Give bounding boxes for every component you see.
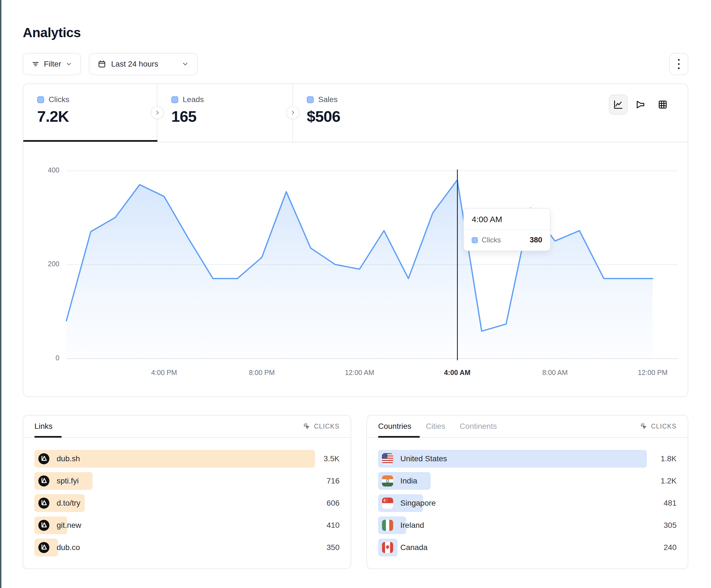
chart-hover-crosshair [457, 169, 458, 360]
analytics-page: Analytics Filter [0, 0, 711, 588]
tab-separator-chevron [286, 106, 300, 119]
y-axis-tick: 0 [29, 354, 59, 362]
link-label: git.new [57, 521, 81, 530]
dub-logo-icon [38, 498, 49, 509]
canada-flag-icon [382, 542, 393, 553]
country-value: 305 [664, 521, 676, 530]
singapore-flag-icon [382, 498, 393, 509]
list-item[interactable]: United States 1.8K [378, 450, 676, 468]
link-value: 606 [326, 499, 340, 507]
metric-label: Sales [318, 95, 338, 104]
tab-cities[interactable]: Cities [426, 422, 445, 431]
country-label: Ireland [400, 521, 424, 530]
kebab-menu-icon [678, 59, 680, 69]
links-panel-header: Links CLICKS [23, 415, 351, 438]
links-metric-label: CLICKS [314, 423, 340, 430]
cursor-click-icon [640, 423, 648, 430]
list-item[interactable]: d.to/try 606 [35, 494, 340, 512]
tooltip-series-label: Clicks [482, 236, 501, 244]
country-label: Canada [400, 543, 428, 552]
country-value: 1.8K [661, 454, 676, 463]
links-metric-selector[interactable]: CLICKS [303, 423, 340, 430]
y-axis-tick: 200 [29, 260, 59, 268]
countries-panel: Countries Cities Continents CLICKS [366, 415, 688, 569]
india-flag-icon [382, 475, 393, 487]
dub-logo-icon [38, 475, 49, 487]
filter-button[interactable]: Filter [23, 53, 81, 75]
table-grid-icon [658, 99, 668, 110]
country-value: 1.2K [661, 476, 676, 485]
country-value: 240 [664, 543, 676, 552]
x-axis-tick: 12:00 AM [345, 369, 374, 377]
chevron-down-icon [66, 61, 72, 67]
active-tab-underline [23, 140, 157, 142]
tab-separator-chevron [151, 106, 164, 119]
tab-links[interactable]: Links [35, 422, 52, 431]
tab-leads[interactable]: Leads 165 [157, 84, 293, 142]
countries-active-underline [378, 436, 420, 438]
chart-tooltip: 4:00 AM Clicks 380 [464, 208, 551, 251]
link-label: spti.fyi [57, 476, 79, 485]
clicks-legend-icon [37, 96, 44, 103]
chart-type-toggles [609, 95, 672, 115]
cursor-click-icon [303, 423, 311, 430]
gridline-0 [66, 358, 678, 359]
date-range-label: Last 24 hours [111, 60, 158, 68]
toolbar: Filter Last 24 hours [23, 53, 688, 75]
leads-legend-icon [171, 96, 178, 103]
dub-logo-icon [38, 542, 49, 553]
dub-logo-icon [38, 453, 49, 464]
countries-list: United States 1.8K India 1.2K [367, 438, 688, 557]
analytics-chart-card: Clicks 7.2K Leads 165 Sales $506 [23, 84, 688, 397]
list-item[interactable]: git.new 410 [35, 516, 340, 534]
ireland-flag-icon [382, 520, 393, 531]
us-flag-icon [382, 453, 393, 464]
link-label: dub.sh [57, 454, 80, 463]
list-item[interactable]: Ireland 305 [378, 516, 676, 534]
metric-tabs: Clicks 7.2K Leads 165 Sales $506 [23, 84, 688, 142]
chevron-down-icon [181, 61, 189, 68]
metric-label: Clicks [48, 95, 69, 104]
link-label: dub.co [57, 543, 80, 552]
country-value: 481 [664, 499, 676, 507]
links-active-underline [35, 436, 62, 438]
tab-clicks[interactable]: Clicks 7.2K [23, 84, 157, 142]
x-axis-tick-active: 4:00 AM [444, 369, 471, 377]
x-axis-tick: 8:00 AM [542, 369, 568, 377]
link-value: 350 [326, 543, 340, 552]
list-item[interactable]: India 1.2K [378, 472, 676, 490]
list-item[interactable]: spti.fyi 716 [35, 472, 340, 490]
link-value: 3.5K [323, 454, 340, 463]
list-item[interactable]: dub.co 350 [35, 539, 340, 557]
clicks-line-series [66, 171, 678, 358]
clicks-area-chart[interactable]: 400 200 0 4:00 AM Clic [23, 142, 688, 397]
list-item[interactable]: dub.sh 3.5K [35, 450, 340, 468]
list-item[interactable]: Singapore 481 [378, 494, 676, 512]
countries-panel-header: Countries Cities Continents CLICKS [367, 415, 688, 438]
x-axis-tick: 4:00 PM [151, 369, 177, 377]
line-chart-toggle-button[interactable] [609, 95, 628, 115]
countries-metric-label: CLICKS [651, 423, 676, 430]
date-range-button[interactable]: Last 24 hours [89, 53, 198, 75]
tab-continents[interactable]: Continents [460, 422, 497, 431]
leads-value: 165 [171, 107, 292, 126]
clicks-legend-icon [472, 237, 478, 243]
more-options-button[interactable] [669, 53, 688, 75]
leaderboard-panels: Links CLICKS [23, 415, 688, 569]
page-title: Analytics [23, 25, 688, 40]
list-item[interactable]: Canada 240 [378, 539, 676, 557]
clicks-value: 7.2K [37, 107, 157, 126]
country-label: Singapore [400, 499, 436, 507]
calendar-icon [98, 60, 106, 68]
countries-metric-selector[interactable]: CLICKS [640, 423, 676, 430]
table-view-toggle-button[interactable] [653, 95, 672, 115]
filter-label: Filter [44, 60, 61, 68]
line-chart-icon [613, 99, 624, 110]
link-label: d.to/try [57, 499, 81, 507]
tab-countries[interactable]: Countries [378, 422, 411, 431]
links-panel: Links CLICKS [23, 415, 351, 569]
tooltip-value: 380 [530, 236, 542, 244]
funnel-view-toggle-button[interactable] [631, 95, 650, 115]
metric-label: Leads [183, 95, 204, 104]
x-axis-tick: 12:00 PM [638, 369, 667, 377]
